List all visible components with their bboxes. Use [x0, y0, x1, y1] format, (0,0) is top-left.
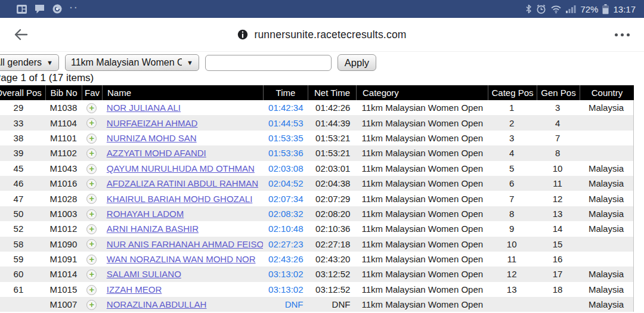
favorite-add-button[interactable]: + [86, 255, 97, 265]
clock-text: 13:17 [613, 4, 636, 14]
cell-category: 11km Malaysian Women Open [355, 148, 487, 158]
chevron-down-icon: ▼ [47, 59, 53, 66]
cell-net: 02:27:18 [308, 239, 356, 249]
cell-net: 02:43:20 [308, 254, 356, 264]
favorite-add-button[interactable]: + [86, 224, 97, 234]
category-select[interactable]: 11km Malaysian Women Open ▼ [65, 54, 199, 71]
favorite-add-button[interactable]: + [86, 269, 97, 280]
runner-name-link[interactable]: KHAIRUL BARIAH MOHD GHOZALI [107, 194, 252, 204]
cell-time: 03:13:02 [263, 284, 308, 295]
column-header-overall: Overall Pos [0, 85, 45, 100]
cell-country: Malaysia [579, 103, 633, 113]
cell-time: 02:10:48 [263, 224, 308, 234]
overflow-menu-icon[interactable] [615, 33, 630, 36]
favorite-add-button[interactable]: + [86, 300, 97, 310]
cell-categpos: 12 [487, 269, 536, 279]
cell-net: 01:42:26 [308, 103, 356, 113]
address-bar[interactable]: runnersunite.racetecresults.com [0, 29, 644, 41]
runner-name-link[interactable]: AFDZALIZA RATINI ABDUL RAHMAN [107, 178, 258, 188]
table-row: 61M1015+IZZAH MEOR03:13:0203:12:5211km M… [0, 282, 634, 297]
runner-name-link[interactable]: WAN NORAZLINA WAN MOHD NOR [107, 254, 256, 264]
cell-country: Malaysia [579, 178, 633, 188]
cell-genpos: 17 [536, 269, 579, 279]
back-arrow-icon[interactable] [13, 27, 29, 42]
favorite-add-button[interactable]: + [86, 118, 97, 128]
cell-name: ARNI HANIZA BASHIR [102, 224, 263, 234]
favorite-add-button[interactable]: + [86, 148, 97, 159]
cell-overall: 46 [0, 178, 45, 188]
cell-bib: M1090 [45, 239, 82, 249]
cell-genpos: 14 [536, 224, 579, 234]
cell-name: NUR ANIS FARHANAH AHMAD FEISOL [102, 239, 263, 249]
chevron-down-icon: ▼ [187, 59, 193, 66]
runner-name-link[interactable]: SALAMI SULIANO [107, 269, 181, 279]
cell-category: 11km Malaysian Women Open [355, 269, 487, 279]
cell-net: 02:04:38 [308, 178, 356, 188]
favorite-add-button[interactable]: + [86, 239, 97, 249]
cell-time: 02:27:23 [263, 239, 308, 249]
runner-name-link[interactable]: NOR JULIANA ALI [107, 103, 181, 113]
url-text[interactable]: runnersunite.racetecresults.com [254, 29, 406, 41]
favorite-add-button[interactable]: + [86, 285, 97, 295]
results-table: Overall PosBib NoFavNameTimeNet TimeCate… [0, 85, 634, 312]
cell-country: Malaysia [579, 209, 633, 219]
cell-time: 03:13:02 [263, 269, 308, 279]
cell-bib: M1003 [45, 209, 82, 219]
filter-row: All genders ▼ 11km Malaysian Women Open … [0, 54, 644, 72]
runner-name-link[interactable]: QAYUM NURULHUDA MD OTHMAN [107, 163, 255, 173]
table-row: 50M1003+ROHAYAH LADOM02:08:3202:08:2011k… [0, 206, 634, 221]
table-row: 39M1102+AZZYATI MOHD AFANDI01:53:3601:53… [0, 145, 634, 160]
cell-name: QAYUM NURULHUDA MD OTHMAN [102, 163, 263, 173]
runner-name-link[interactable]: NURNIZA MOHD SAN [107, 133, 197, 143]
cell-time: 01:42:34 [263, 103, 308, 113]
runner-name-link[interactable]: NORAZLINA ABDULLAH [107, 299, 207, 309]
cell-fav: + [82, 253, 102, 265]
runner-name-link[interactable]: IZZAH MEOR [107, 284, 162, 295]
status-bar: ·· 72% 13:17 [0, 0, 644, 18]
cell-overall: 39 [0, 148, 45, 158]
favorite-add-button[interactable]: + [86, 164, 97, 174]
runner-name-link[interactable]: AZZYATI MOHD AFANDI [107, 148, 206, 158]
alarm-icon [536, 4, 546, 14]
favorite-add-button[interactable]: + [86, 179, 97, 189]
cell-categpos: 8 [487, 209, 536, 219]
cell-net: 01:44:39 [308, 118, 356, 128]
cell-time: 01:44:53 [263, 118, 308, 128]
cell-net: 02:10:36 [308, 224, 356, 234]
column-header-time: Time [263, 85, 308, 100]
cell-bib: M1028 [45, 194, 82, 204]
favorite-add-button[interactable]: + [86, 134, 97, 144]
cell-category: 11km Malaysian Women Open [355, 103, 487, 113]
cell-net: 03:12:52 [308, 284, 356, 295]
cell-genpos: 8 [536, 148, 579, 158]
cell-net: 02:08:20 [308, 209, 356, 219]
gender-select[interactable]: All genders ▼ [0, 54, 59, 71]
cell-overall: 59 [0, 254, 45, 264]
info-icon[interactable] [237, 29, 248, 40]
cell-bib: M1101 [45, 133, 82, 143]
cell-category: 11km Malaysian Women Open [355, 178, 487, 188]
cell-time: 01:53:36 [263, 148, 308, 158]
cell-genpos: 11 [536, 178, 579, 188]
cell-fav: + [82, 224, 102, 235]
cell-categpos: 7 [487, 194, 536, 204]
cell-categpos: 10 [487, 239, 536, 249]
cell-fav: + [82, 269, 102, 280]
apply-button[interactable]: Apply [338, 54, 376, 71]
table-row: 29M1038+NOR JULIANA ALI01:42:3401:42:261… [0, 100, 634, 115]
cell-time: 02:07:34 [263, 194, 308, 204]
runner-name-link[interactable]: NUR ANIS FARHANAH AHMAD FEISOL [107, 239, 263, 249]
table-row: 45M1043+QAYUM NURULHUDA MD OTHMAN02:03:0… [0, 161, 634, 176]
favorite-add-button[interactable]: + [86, 194, 97, 204]
cell-genpos: 18 [536, 284, 579, 295]
search-input[interactable] [205, 55, 332, 71]
cell-country: Malaysia [579, 194, 633, 204]
favorite-add-button[interactable]: + [86, 209, 97, 219]
runner-name-link[interactable]: ROHAYAH LADOM [107, 209, 184, 219]
favorite-add-button[interactable]: + [86, 103, 97, 113]
runner-name-link[interactable]: NURFAEIZAH AHMAD [107, 118, 198, 128]
cell-time: 02:04:52 [263, 178, 308, 188]
column-header-net: Net Time [308, 85, 356, 100]
cell-category: 11km Malaysian Women Open [355, 133, 487, 143]
runner-name-link[interactable]: ARNI HANIZA BASHIR [107, 224, 199, 234]
